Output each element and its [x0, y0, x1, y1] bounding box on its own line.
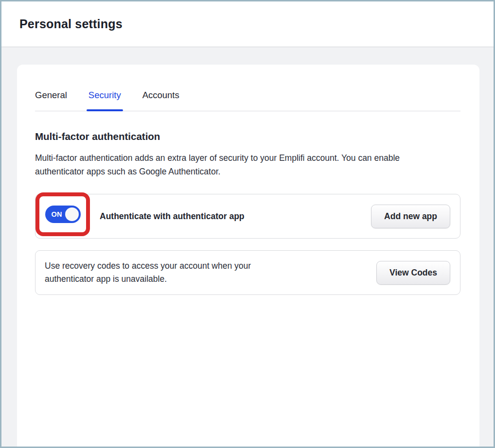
annotation-red-box: ON: [35, 192, 90, 236]
recovery-codes-text: Use recovery codes to access your accoun…: [45, 259, 298, 286]
tab-accounts[interactable]: Accounts: [142, 90, 179, 111]
app-header: Personal settings: [1, 1, 494, 47]
toggle-knob: [65, 207, 79, 221]
settings-card: General Security Accounts Multi-factor a…: [17, 65, 479, 447]
tab-bar: General Security Accounts: [35, 65, 460, 111]
recovery-codes-row: Use recovery codes to access your accoun…: [35, 250, 460, 295]
page-title: Personal settings: [19, 17, 123, 31]
app-body: General Security Accounts Multi-factor a…: [1, 47, 494, 447]
section-title: Multi-factor authentication: [35, 131, 460, 142]
section-description: Multi-factor authentication adds an extr…: [35, 151, 429, 178]
view-codes-button[interactable]: View Codes: [376, 261, 450, 285]
authenticator-row: ON Authenticate with authenticator app A…: [35, 194, 460, 239]
authenticator-row-label: Authenticate with authenticator app: [100, 211, 245, 222]
mfa-toggle[interactable]: ON: [45, 206, 81, 223]
tab-security[interactable]: Security: [88, 90, 121, 111]
tab-general[interactable]: General: [35, 90, 67, 111]
personal-settings-window: Personal settings General Security Accou…: [0, 0, 495, 448]
toggle-on-label: ON: [52, 210, 62, 218]
add-new-app-button[interactable]: Add new app: [371, 205, 450, 228]
